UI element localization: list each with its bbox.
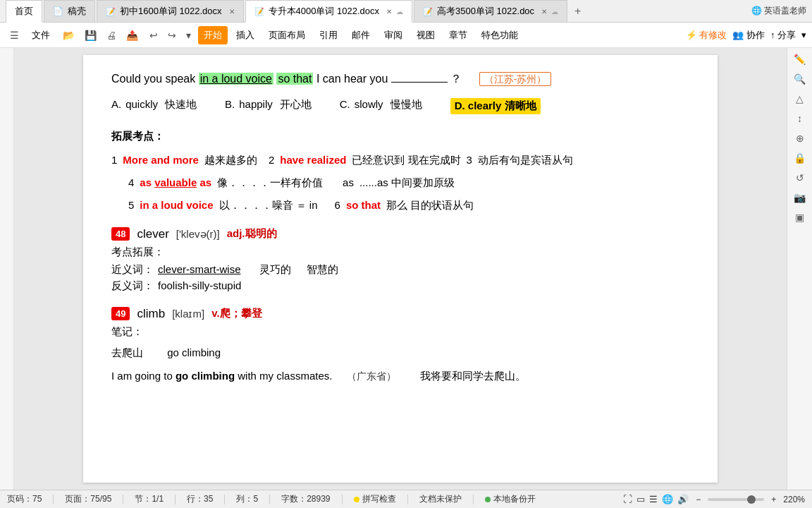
word-num-49: 49 [111,307,130,320]
menu-review[interactable]: 审阅 [379,26,408,44]
globe-icon[interactable]: 🌐 [662,494,673,504]
word-clever: clever [137,227,168,241]
tab-doc3-icon: 📝 [423,7,433,16]
word-climb: climb [137,307,165,321]
zoom-thumb[interactable] [747,495,756,504]
outline-view-icon[interactable]: ☰ [649,494,658,504]
menu-view[interactable]: 视图 [411,26,441,44]
redo-icon[interactable]: ↪ [164,27,180,44]
menu-page-layout[interactable]: 页面布局 [263,26,311,44]
tab-doc1-close[interactable]: ✕ [229,8,235,16]
share-label[interactable]: ↑ 分享 [770,29,796,42]
choice-b-cn: 开心地 [280,98,312,111]
tab-list: 首页 📄 稿壳 📝 初中1600单词 1022.docx ✕ 📝 专升本4000… [6,0,586,22]
edit-icon[interactable]: ✏️ [794,54,806,65]
tab-doc2-cloud: ☁ [396,8,403,16]
add-tab-button[interactable]: + [569,0,586,22]
spell-status: 拼写检查 [354,493,396,505]
lock-icon[interactable]: 🔒 [794,152,806,164]
sep3 [175,495,176,504]
expand-row-3: 5 in a loud voice 以．．．．噪音 ＝ in 6 so that… [111,195,689,216]
title-bar-right: 🌐 英语盖老师 [751,5,806,17]
page-view-icon[interactable]: ▭ [636,494,645,504]
expand-title: 拓展考点： [111,126,689,147]
has-changes-label: ⚡ 有修改 [686,29,727,42]
menu-mail[interactable]: 邮件 [346,26,376,44]
menu-references[interactable]: 引用 [314,26,343,44]
zoom-minus[interactable]: − [696,495,701,504]
tab-draft-icon: 📄 [53,6,63,16]
shapes-icon[interactable]: △ [796,93,804,104]
tab-doc3-close[interactable]: ✕ [541,8,547,16]
undo-icon[interactable]: ↩ [145,27,162,44]
choice-c-word: slowly [355,98,383,110]
expand-en-4: as valuable as [140,172,211,193]
collab-label[interactable]: 👥 协作 [732,29,765,42]
menu-expand-icon[interactable]: ▾ [801,30,806,40]
menu-chapter[interactable]: 章节 [443,26,473,44]
choice-d-correct: D. clearly 清晰地 [450,98,541,114]
note-label-clever: 考点拓展： [111,246,689,259]
menu-special[interactable]: 特色功能 [476,26,524,44]
audio-icon[interactable]: 🔊 [677,494,689,504]
example-sentence-climb: I am going to go climbing with my classm… [111,366,689,385]
menu-insert[interactable]: 插入 [230,26,260,44]
tab-doc1[interactable]: 📝 初中1600单词 1022.docx ✕ [97,0,244,22]
save-icon[interactable]: 💾 [80,27,101,44]
tab-doc2[interactable]: 📝 专升本4000单词 1022.docx ✕ ☁ [245,0,413,23]
doc-area[interactable]: Could you speak in a loud voice so that … [14,48,787,490]
col-status: 列：5 [236,493,258,505]
tab-doc2-close[interactable]: ✕ [386,8,392,16]
search-right-icon[interactable]: 🔍 [794,73,806,85]
more-icon[interactable]: ▾ [182,27,195,44]
menu-start[interactable]: 开始 [198,26,228,44]
synonyms-cn-1: 灵巧的 [259,263,291,277]
menu-toggle-icon[interactable]: ☰ [6,27,23,44]
tab-draft-label: 稿壳 [68,5,86,18]
phrase-climbing: 去爬山 go climbing [111,343,689,362]
question-blank [391,82,448,83]
question-text-middle: I can hear you [316,73,391,85]
zoom-level: 220% [783,495,805,504]
entry-clever: 48 clever ['klevə(r)] adj.聪明的 考点拓展： 近义词：… [111,227,689,293]
choice-c-cn: 慢慢地 [390,98,422,111]
print-icon[interactable]: 🖨 [102,27,121,44]
image-icon[interactable]: 📷 [794,192,806,203]
user-label: 🌐 英语盖老师 [751,5,806,17]
phrase-en: go climbing [167,346,221,358]
expand-cn-2: 已经意识到 现在完成时 [352,150,460,171]
choice-c: C. slowly 慢慢地 [340,98,422,114]
zoom-slider[interactable] [708,498,764,501]
expand-cn-4: 像．．．．一样有价值 [217,172,323,193]
tab-home[interactable]: 首页 [6,0,42,23]
tab-draft[interactable]: 📄 稿壳 [44,0,95,22]
synonyms-text: clever-smart-wise [158,263,241,277]
word-num-48: 48 [111,227,130,241]
sep5 [269,495,270,504]
choice-a: A. quickly 快速地 [111,98,197,114]
example-end: with my classmates. [238,370,332,382]
grid-icon[interactable]: ▣ [795,212,804,223]
history-icon[interactable]: ↺ [796,172,804,183]
question-phrase: in a loud voice [199,73,273,85]
open-icon[interactable]: 📂 [59,27,79,44]
fit-page-icon[interactable]: ⛶ [623,494,632,504]
menu-file[interactable]: 文件 [26,26,56,44]
expand-row-2: 4 as valuable as 像．．．．一样有价值 as ......as … [111,172,689,193]
expand-cn-3: 动后有句是宾语从句 [478,150,573,171]
content-wrapper: Could you speak in a loud voice so that … [0,48,812,490]
sep7 [407,495,408,504]
export-icon[interactable]: 📤 [122,27,142,44]
synonyms-row: 近义词： clever-smart-wise 灵巧的 智慧的 [111,263,689,277]
sort-icon[interactable]: ↕ [797,113,802,124]
choice-b-letter: B. [225,98,235,110]
word-phonetic-clever: ['klevə(r)] [176,228,220,241]
example-bold: go climbing [176,370,235,382]
page-num-status: 页码：75 [7,493,42,505]
sep6 [342,495,343,504]
choice-a-letter: A. [111,98,121,110]
add-circle-icon[interactable]: ⊕ [796,133,804,144]
tab-doc3[interactable]: 📝 高考3500单词 1022.doc ✕ ☁ [414,0,567,22]
zoom-plus[interactable]: + [771,495,776,504]
sep8 [473,495,474,504]
